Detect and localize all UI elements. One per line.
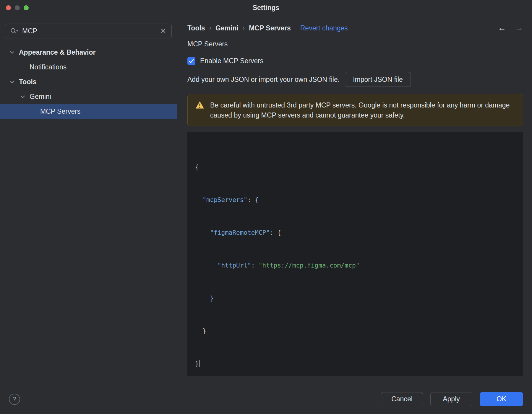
section-header: MCP Servers — [187, 40, 523, 48]
enable-mcp-servers-checkbox[interactable]: Enable MCP Servers — [187, 57, 263, 65]
checkbox-checked-icon[interactable] — [187, 57, 195, 65]
cancel-button[interactable]: Cancel — [381, 392, 423, 406]
code-line: } — [195, 326, 517, 337]
json-string-value: "https://mcp.figma.com/mcp" — [259, 262, 359, 269]
code-line: } — [195, 293, 517, 304]
footer-buttons: Cancel Apply OK — [381, 392, 523, 406]
json-key: "figmaRemoteMCP" — [210, 229, 270, 236]
warning-banner: Be careful with untrusted 3rd party MCP … — [187, 94, 523, 126]
window-title: Settings — [253, 4, 280, 12]
breadcrumb: Tools › Gemini › MCP Servers Revert chan… — [187, 24, 348, 32]
section-title: MCP Servers — [187, 40, 228, 48]
apply-button[interactable]: Apply — [430, 392, 472, 406]
code-line: "mcpServers": { — [195, 195, 517, 206]
code-line: } — [195, 358, 517, 369]
titlebar: Settings — [0, 0, 532, 15]
sidebar-item-mcp-servers[interactable]: MCP Servers — [0, 104, 177, 119]
settings-window: Settings ✕ Appearance & Behavior — [0, 0, 532, 414]
sidebar-item-label: Tools — [19, 78, 37, 86]
window-controls — [6, 0, 29, 15]
code-line: { — [195, 162, 517, 173]
ok-button[interactable]: OK — [480, 392, 523, 406]
chevron-down-icon[interactable] — [8, 52, 16, 53]
sidebar-item-appearance-behavior[interactable]: Appearance & Behavior — [0, 45, 177, 60]
breadcrumb-item-mcp-servers[interactable]: MCP Servers — [249, 24, 291, 32]
sidebar-item-notifications[interactable]: Notifications — [0, 60, 177, 74]
settings-tree: Appearance & Behavior Notifications Tool… — [0, 45, 177, 119]
import-json-file-button[interactable]: Import JSON file — [345, 72, 411, 87]
chevron-down-icon[interactable] — [19, 96, 27, 97]
close-window-button[interactable] — [6, 5, 11, 10]
chevron-down-icon[interactable] — [8, 81, 16, 83]
minimize-window-button[interactable] — [15, 5, 20, 10]
dialog-footer: ? Cancel Apply OK — [0, 384, 532, 414]
checkbox-label: Enable MCP Servers — [200, 57, 263, 65]
search-input[interactable] — [22, 27, 157, 35]
json-key: "mcpServers" — [202, 196, 247, 203]
breadcrumb-item-tools[interactable]: Tools — [187, 24, 205, 32]
code-line: "httpUrl": "https://mcp.figma.com/mcp" — [195, 260, 517, 271]
help-button[interactable]: ? — [9, 394, 20, 405]
breadcrumb-item-gemini[interactable]: Gemini — [215, 24, 239, 32]
import-row: Add your own JSON or import your own JSO… — [187, 72, 523, 87]
search-box[interactable]: ✕ — [5, 24, 172, 38]
sidebar-item-label: Appearance & Behavior — [19, 48, 95, 56]
settings-sidebar: ✕ Appearance & Behavior Notifications To… — [0, 15, 177, 384]
forward-arrow-icon[interactable]: → — [515, 23, 523, 33]
clear-search-icon[interactable]: ✕ — [160, 27, 167, 35]
sidebar-item-label: Gemini — [30, 93, 51, 101]
back-arrow-icon[interactable]: ← — [498, 23, 506, 33]
sidebar-item-gemini[interactable]: Gemini — [0, 89, 177, 104]
search-icon — [10, 27, 19, 35]
chevron-right-icon: › — [243, 24, 245, 32]
question-mark-icon: ? — [13, 395, 16, 403]
sidebar-item-tools[interactable]: Tools — [0, 74, 177, 89]
sidebar-item-label: MCP Servers — [40, 107, 80, 115]
warning-text: Be careful with untrusted 3rd party MCP … — [210, 100, 515, 120]
section-divider — [233, 44, 523, 44]
zoom-window-button[interactable] — [24, 5, 29, 10]
warning-triangle-icon — [195, 101, 204, 112]
json-editor[interactable]: { "mcpServers": { "figmaRemoteMCP": { "h… — [187, 132, 523, 376]
history-navigation: ← → — [498, 23, 523, 33]
import-hint-text: Add your own JSON or import your own JSO… — [187, 76, 340, 84]
json-key: "httpUrl" — [218, 262, 251, 269]
code-line: "figmaRemoteMCP": { — [195, 227, 517, 238]
revert-changes-link[interactable]: Revert changes — [300, 24, 348, 32]
chevron-right-icon: › — [209, 24, 211, 32]
text-cursor — [200, 360, 200, 367]
sidebar-item-label: Notifications — [30, 63, 66, 71]
settings-content: Tools › Gemini › MCP Servers Revert chan… — [177, 15, 532, 384]
